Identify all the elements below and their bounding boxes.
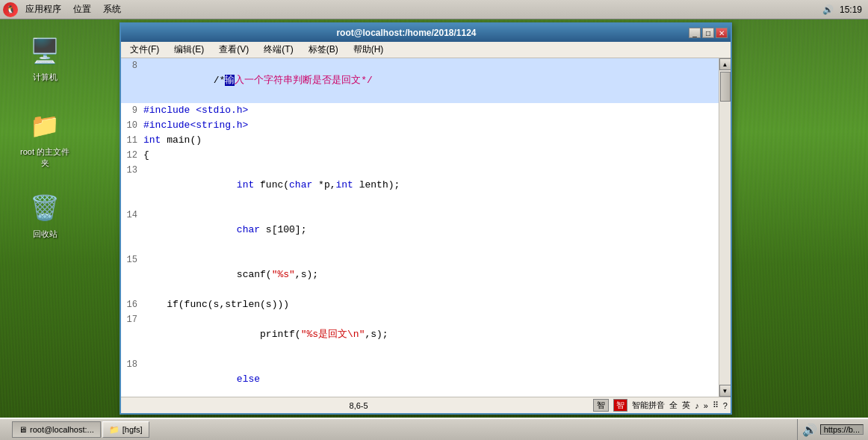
cursor-char: 输 (225, 75, 235, 86)
computer-label: 计算机 (33, 72, 58, 83)
ime-note: ♪ (695, 401, 699, 410)
taskbar-start (0, 419, 9, 440)
code-line-10: 10 #include<string.h> (121, 118, 719, 133)
ime-brand: 智 (613, 399, 627, 412)
taskbar-tray: 🔊 https://b... (797, 419, 868, 440)
menu-apps[interactable]: 应用程序 (21, 1, 66, 17)
code-line-8: 8 /*输入一个字符串判断是否是回文*/ (121, 58, 719, 103)
status-cursor: 8,6-5 (350, 401, 368, 410)
terminal-icon: 🖥 (19, 425, 27, 434)
code-area[interactable]: 8 /*输入一个字符串判断是否是回文*/ 9 #include <stdio.h… (121, 58, 719, 397)
desktop-icon-trash[interactable]: 🗑️ 回收站 (15, 187, 75, 243)
code-line-17: 17 printf("%s是回文\n",s); (121, 312, 719, 357)
trash-icon: 🗑️ (27, 190, 63, 226)
minimize-button[interactable]: _ (689, 28, 701, 38)
window-menubar: 文件(F) 编辑(E) 查看(V) 终端(T) 标签(B) 帮助(H) (121, 42, 731, 58)
folder-label: [hgfs] (123, 425, 143, 434)
menu-system[interactable]: 系统 (99, 1, 125, 17)
tray-url: https://b... (820, 424, 864, 435)
code-line-16: 16 if(func(s,strlen(s))) (121, 297, 719, 312)
clock: 15:19 (840, 4, 862, 15)
ime-label: 智能拼音 (632, 400, 665, 411)
status-bar: 8,6-5 智 智 智能拼音 全 英 ♪ » ⠿ ? (121, 397, 731, 413)
computer-icon: 🖥️ (27, 33, 63, 69)
desktop: 🐧 应用程序 位置 系统 🔊 15:19 🖥️ 计算机 📁 root 的主文件夹… (0, 0, 868, 440)
taskbar-bottom: 🖥 root@localhost:... 📁 [hgfs] 🔊 https://… (0, 418, 868, 440)
menu-edit[interactable]: 编辑(E) (168, 42, 210, 58)
app-icon: 🐧 (3, 2, 18, 17)
scroll-up[interactable]: ▲ (719, 58, 731, 70)
menu-places[interactable]: 位置 (69, 1, 96, 17)
terminal-window: root@localhost:/home/2018/1124 _ □ ✕ 文件(… (120, 22, 732, 415)
close-button[interactable]: ✕ (716, 28, 728, 38)
ime-dots: ⠿ (713, 400, 719, 410)
window-titlebar[interactable]: root@localhost:/home/2018/1124 _ □ ✕ (121, 24, 731, 42)
home-icon: 📁 (27, 108, 63, 143)
volume-icon: 🔊 (822, 4, 834, 15)
menu-file[interactable]: 文件(F) (124, 42, 165, 58)
menu-tabs[interactable]: 标签(B) (303, 42, 344, 58)
top-menu: 应用程序 位置 系统 (18, 1, 128, 17)
code-container: 8 /*输入一个字符串判断是否是回文*/ 9 #include <stdio.h… (121, 58, 731, 397)
ime-status: 智 智 智能拼音 全 英 ♪ » ⠿ ? (593, 399, 728, 412)
code-line-12: 12 { (121, 148, 719, 163)
ime-eng: 英 (682, 400, 690, 411)
menu-terminal[interactable]: 终端(T) (258, 42, 299, 58)
taskbar-items: 🖥 root@localhost:... 📁 [hgfs] (9, 421, 797, 438)
window-controls: _ □ ✕ (689, 28, 728, 38)
taskbar-top-right: 🔊 15:19 (822, 4, 868, 15)
code-line-13: 13 int func(char *p,int lenth); (121, 163, 719, 208)
terminal-label: root@localhost:... (30, 425, 94, 434)
scroll-thumb[interactable] (720, 72, 731, 102)
ime-help: ? (723, 401, 728, 410)
menu-view[interactable]: 查看(V) (213, 42, 255, 58)
ime-more: » (704, 401, 708, 410)
taskbar-folder[interactable]: 📁 [hgfs] (102, 421, 149, 438)
scrollbar[interactable]: ▲ ▼ (719, 58, 731, 397)
trash-label: 回收站 (33, 229, 58, 240)
ime-icon: 智 (593, 399, 609, 412)
taskbar-terminal[interactable]: 🖥 root@localhost:... (12, 421, 101, 438)
ime-full: 全 (669, 400, 678, 411)
scroll-down[interactable]: ▼ (719, 385, 731, 397)
code-line-18: 18 else (121, 357, 719, 397)
code-line-9: 9 #include <stdio.h> (121, 103, 719, 118)
window-title: root@localhost:/home/2018/1124 (124, 28, 689, 38)
maximize-button[interactable]: □ (702, 28, 714, 38)
tray-volume: 🔊 (802, 423, 817, 437)
desktop-icon-home[interactable]: 📁 root 的主文件夹 (15, 105, 75, 172)
menu-help[interactable]: 帮助(H) (347, 42, 390, 58)
code-line-15: 15 scanf("%s",s); (121, 252, 719, 297)
taskbar-top: 🐧 应用程序 位置 系统 🔊 15:19 (0, 0, 868, 19)
desktop-icon-computer[interactable]: 🖥️ 计算机 (15, 30, 75, 86)
home-label: root 的主文件夹 (18, 146, 72, 169)
folder-icon: 📁 (109, 425, 120, 435)
code-line-14: 14 char s[100]; (121, 208, 719, 252)
code-line-11: 11 int main() (121, 133, 719, 148)
